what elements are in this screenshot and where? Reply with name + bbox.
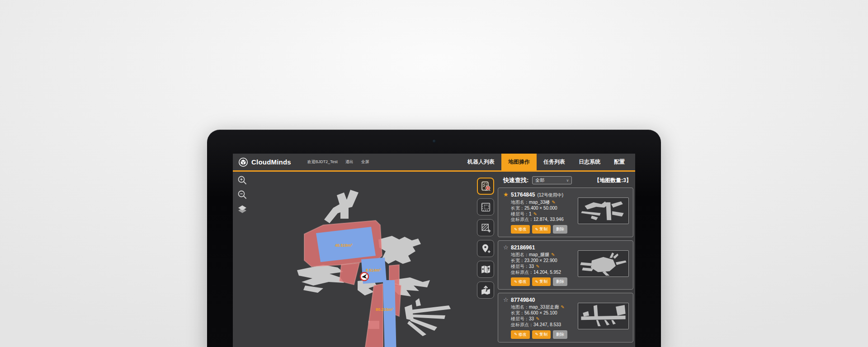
edit-pencil-icon[interactable]: ✎ — [561, 305, 564, 309]
origin-value: 34.247, 8.533 — [533, 322, 561, 327]
map-thumbnail-image — [578, 303, 628, 329]
add-poi-button[interactable] — [477, 240, 494, 257]
fullscreen-link[interactable]: 全屏 — [361, 159, 369, 165]
copy-map-button[interactable]: ✎复制 — [532, 225, 551, 234]
map-controls — [236, 174, 248, 215]
edit-pencil-icon[interactable]: ✎ — [533, 211, 537, 216]
floor-value: 1 — [529, 211, 532, 216]
map-name-value: map_33楼 — [529, 200, 550, 205]
floor-label: 楼层号： — [511, 264, 529, 269]
area-label-3: 80.215m² — [376, 307, 393, 312]
map-corridor-zone — [383, 280, 396, 347]
tab-configuration[interactable]: 配置 — [607, 154, 632, 170]
nav-tabs: 机器人列表 地图操作 任务列表 日志系统 配置 — [461, 154, 632, 170]
task-point-list-button[interactable] — [477, 178, 494, 195]
map-thumbnail-image — [578, 251, 628, 277]
star-icon[interactable]: ☆ — [503, 296, 511, 303]
edit-pencil-icon: ✎ — [514, 280, 518, 284]
zoom-out-icon — [237, 189, 248, 200]
upload-map-button[interactable] — [477, 281, 494, 299]
edit-map-button[interactable]: ✎修改 — [511, 330, 530, 339]
task-point-list-icon — [480, 181, 491, 192]
delete-map-button[interactable]: 删除 — [553, 330, 567, 339]
filter-dropdown[interactable]: 全部 ∨ — [532, 176, 572, 184]
add-poi-icon — [480, 243, 491, 254]
layers-icon — [237, 204, 248, 215]
map-id: 51764845 — [511, 192, 535, 198]
main-content: 40.519m² 8.614m² 80.215m² — [233, 172, 635, 347]
area-label-1: 40.519m² — [335, 243, 353, 248]
map-id: 82186961 — [511, 244, 535, 251]
map-card: ★ 51764845 (12号使用中) 地图名：map_33楼✎ 长宽：25.4… — [498, 188, 633, 237]
robot-position-marker[interactable] — [360, 272, 368, 281]
map-markers-button[interactable] — [477, 261, 494, 278]
origin-value: 14.204, 5.952 — [533, 270, 561, 275]
map-name-label: 地图名： — [511, 200, 529, 205]
edit-map-button[interactable]: ✎修改 — [511, 225, 530, 234]
edit-pencil-icon[interactable]: ✎ — [552, 200, 555, 205]
map-card: ☆ 87749840 地图名：map_33层走廊✎ 长宽：56.600 × 25… — [498, 293, 633, 342]
map-markers-icon — [480, 264, 491, 275]
copy-pencil-icon: ✎ — [535, 227, 539, 232]
floor-value: 33 — [529, 264, 534, 269]
map-canvas[interactable]: 40.519m² 8.614m² 80.215m² — [233, 172, 477, 347]
map-card: ☆ 82186961 地图名：map_腿腿✎ 长宽：23.200 × 22.90… — [498, 240, 633, 290]
map-in-use-badge: (12号使用中) — [537, 192, 563, 198]
star-icon[interactable]: ★ — [503, 191, 511, 198]
copy-pencil-icon: ✎ — [535, 332, 539, 337]
floor-label: 楼层号： — [511, 316, 529, 321]
edit-pencil-icon[interactable]: ✎ — [536, 316, 539, 321]
map-thumbnail[interactable] — [578, 197, 629, 224]
star-icon[interactable]: ☆ — [503, 244, 511, 251]
edit-map-button[interactable]: ✎修改 — [511, 277, 530, 286]
delete-map-button[interactable]: 删除 — [553, 225, 567, 234]
floor-value: 33 — [529, 316, 534, 321]
map-size-value: 23.200 × 22.900 — [524, 258, 557, 263]
tab-robot-list[interactable]: 机器人列表 — [461, 154, 501, 170]
map-name-label: 地图名： — [511, 305, 529, 309]
panel-header: 快速查找: 全部 ∨ 【地图数量:3】 — [497, 172, 635, 188]
map-size-label: 长宽： — [511, 310, 524, 315]
map-size-label: 长宽： — [511, 206, 524, 211]
tab-task-list[interactable]: 任务列表 — [537, 154, 572, 170]
top-navbar: CloudMinds 欢迎BJDT2_Test 退出 全屏 机器人列表 地图操作… — [233, 154, 635, 172]
measure-region-button[interactable] — [477, 198, 494, 216]
map-thumbnail[interactable] — [578, 303, 629, 329]
delete-map-button[interactable]: 删除 — [553, 277, 567, 286]
edit-pencil-icon[interactable]: ✎ — [536, 264, 539, 269]
zoom-in-button[interactable] — [236, 174, 248, 186]
zoom-out-button[interactable] — [236, 189, 248, 201]
tab-log-system[interactable]: 日志系统 — [572, 154, 607, 170]
map-name-value: map_腿腿 — [529, 252, 549, 257]
origin-label: 坐标原点： — [511, 217, 533, 222]
cloudminds-logo-icon — [238, 157, 248, 167]
welcome-text: 欢迎BJDT2_Test — [307, 159, 338, 165]
zoom-in-icon — [237, 175, 248, 186]
map-size-value: 56.600 × 25.100 — [524, 310, 557, 315]
map-id: 87749840 — [511, 297, 535, 303]
layers-button[interactable] — [236, 203, 248, 215]
add-forbidden-zone-icon — [480, 222, 491, 234]
origin-value: 12.874, 33.946 — [533, 217, 564, 222]
add-forbidden-zone-button[interactable] — [477, 219, 494, 236]
map-thumbnail-image — [578, 198, 628, 224]
upload-map-icon — [480, 285, 491, 296]
filter-selected-value: 全部 — [535, 177, 544, 183]
page-background: CloudMinds 欢迎BJDT2_Test 退出 全屏 机器人列表 地图操作… — [0, 0, 868, 347]
app-screen: CloudMinds 欢迎BJDT2_Test 退出 全屏 机器人列表 地图操作… — [233, 154, 635, 347]
origin-label: 坐标原点： — [511, 270, 533, 275]
map-wall-y-shape — [324, 190, 359, 223]
logout-link[interactable]: 退出 — [345, 159, 354, 165]
webcam-dot — [433, 140, 436, 143]
copy-map-button[interactable]: ✎复制 — [532, 330, 551, 339]
map-name-value: map_33层走廊 — [529, 305, 559, 309]
copy-map-button[interactable]: ✎复制 — [532, 277, 551, 286]
edit-pencil-icon: ✎ — [514, 227, 518, 232]
measure-region-icon — [480, 202, 491, 213]
edit-pencil-icon[interactable]: ✎ — [551, 252, 555, 257]
tab-map-operations[interactable]: 地图操作 — [501, 154, 537, 170]
map-size-label: 长宽： — [511, 258, 524, 263]
map-thumbnail[interactable] — [578, 250, 629, 277]
brand: CloudMinds — [238, 157, 291, 167]
monitor-bezel: CloudMinds 欢迎BJDT2_Test 退出 全屏 机器人列表 地图操作… — [207, 130, 661, 347]
